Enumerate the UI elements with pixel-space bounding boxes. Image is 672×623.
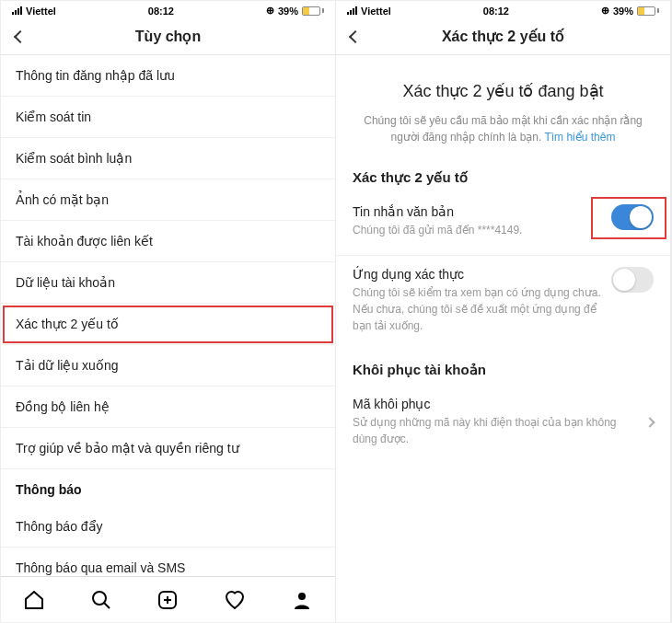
sms-toggle[interactable] bbox=[611, 204, 654, 230]
menu-item-email-sms-notif[interactable]: Thông báo qua email và SMS bbox=[1, 548, 335, 576]
auth-app-title: Ứng dụng xác thực bbox=[353, 267, 602, 282]
battery-icon bbox=[302, 6, 324, 16]
battery-pct: 39% bbox=[613, 6, 633, 17]
chevron-right-icon bbox=[644, 417, 655, 427]
page-title: Xác thực 2 yếu tố bbox=[442, 28, 564, 45]
two-factor-desc: Chúng tôi sẽ yêu cầu mã bảo mật khi cần … bbox=[356, 112, 650, 145]
svg-point-5 bbox=[298, 593, 306, 600]
menu-item-photos-of-you[interactable]: Ảnh có mặt bạn bbox=[1, 179, 335, 221]
heart-icon[interactable] bbox=[224, 589, 246, 611]
two-factor-content: Xác thực 2 yếu tố đang bật Chúng tôi sẽ … bbox=[336, 55, 670, 622]
svg-point-0 bbox=[93, 592, 106, 605]
header: Tùy chọn bbox=[1, 18, 335, 55]
menu-item-saved-login[interactable]: Thông tin đăng nhập đã lưu bbox=[1, 55, 335, 97]
add-post-icon[interactable] bbox=[156, 589, 179, 611]
options-screen: Viettel 08:12 ⊕ 39% Tùy chọn Thông tin đ… bbox=[1, 1, 336, 622]
menu-item-two-factor[interactable]: Xác thực 2 yếu tố bbox=[1, 304, 335, 345]
menu-item-download-data[interactable]: Tải dữ liệu xuống bbox=[1, 345, 335, 386]
menu-item-comment-control[interactable]: Kiểm soát bình luận bbox=[1, 138, 335, 179]
sms-sub: Chúng tôi đã gửi mã đến ****4149. bbox=[353, 222, 602, 238]
auth-app-toggle[interactable] bbox=[611, 267, 654, 293]
chevron-left-icon bbox=[14, 29, 27, 42]
sms-row: Tin nhắn văn bản Chúng tôi đã gửi mã đến… bbox=[336, 193, 670, 249]
auth-app-sub: Chúng tôi sẽ kiểm tra xem bạn có ứng dụn… bbox=[353, 284, 602, 334]
header: Xác thực 2 yếu tố bbox=[336, 18, 670, 55]
alarm-icon: ⊕ bbox=[601, 5, 609, 17]
auth-app-row: Ứng dụng xác thực Chúng tôi sẽ kiểm tra … bbox=[336, 256, 670, 345]
battery-icon bbox=[637, 6, 659, 16]
carrier-label: Viettel bbox=[361, 6, 391, 17]
battery-pct: 39% bbox=[278, 6, 298, 17]
clock: 08:12 bbox=[483, 6, 509, 17]
carrier-label: Viettel bbox=[26, 6, 56, 17]
status-bar: Viettel 08:12 ⊕ 39% bbox=[1, 1, 335, 18]
learn-more-link[interactable]: Tìm hiểu thêm bbox=[544, 131, 615, 144]
section-recover: Khôi phục tài khoản bbox=[336, 345, 670, 386]
recovery-title: Mã khôi phục bbox=[353, 397, 637, 411]
back-button[interactable] bbox=[10, 27, 30, 47]
profile-icon[interactable] bbox=[291, 589, 313, 611]
search-icon[interactable] bbox=[90, 589, 112, 611]
recovery-sub: Sử dụng những mã này khi điện thoại của … bbox=[353, 414, 637, 447]
svg-line-1 bbox=[104, 603, 110, 608]
menu-item-sync-contacts[interactable]: Đồng bộ liên hệ bbox=[1, 386, 335, 428]
home-icon[interactable] bbox=[23, 589, 45, 611]
sms-title: Tin nhắn văn bản bbox=[353, 204, 602, 219]
back-button[interactable] bbox=[345, 27, 365, 47]
signal-icon bbox=[347, 6, 357, 15]
two-factor-screen: Viettel 08:12 ⊕ 39% Xác thực 2 yếu tố Xá… bbox=[336, 1, 671, 622]
section-two-factor: Xác thực 2 yếu tố bbox=[336, 153, 670, 193]
menu-item-linked-accounts[interactable]: Tài khoản được liên kết bbox=[1, 221, 335, 262]
chevron-left-icon bbox=[349, 29, 362, 42]
clock: 08:12 bbox=[148, 6, 174, 17]
bottom-nav bbox=[1, 576, 335, 622]
status-bar: Viettel 08:12 ⊕ 39% bbox=[336, 1, 670, 18]
recovery-code-row[interactable]: Mã khôi phục Sử dụng những mã này khi đi… bbox=[336, 386, 670, 458]
two-factor-heading: Xác thực 2 yếu tố đang bật bbox=[356, 81, 650, 101]
menu-item-feed-control[interactable]: Kiểm soát tin bbox=[1, 97, 335, 138]
menu-item-security-help[interactable]: Trợ giúp về bảo mật và quyền riêng tư bbox=[1, 428, 335, 469]
menu-item-account-data[interactable]: Dữ liệu tài khoản bbox=[1, 262, 335, 304]
section-notifications: Thông báo bbox=[1, 469, 335, 506]
alarm-icon: ⊕ bbox=[266, 5, 274, 17]
menu-item-push-notif[interactable]: Thông báo đẩy bbox=[1, 506, 335, 548]
signal-icon bbox=[12, 6, 22, 15]
page-title: Tùy chọn bbox=[135, 28, 201, 45]
options-list: Thông tin đăng nhập đã lưu Kiểm soát tin… bbox=[1, 55, 335, 576]
